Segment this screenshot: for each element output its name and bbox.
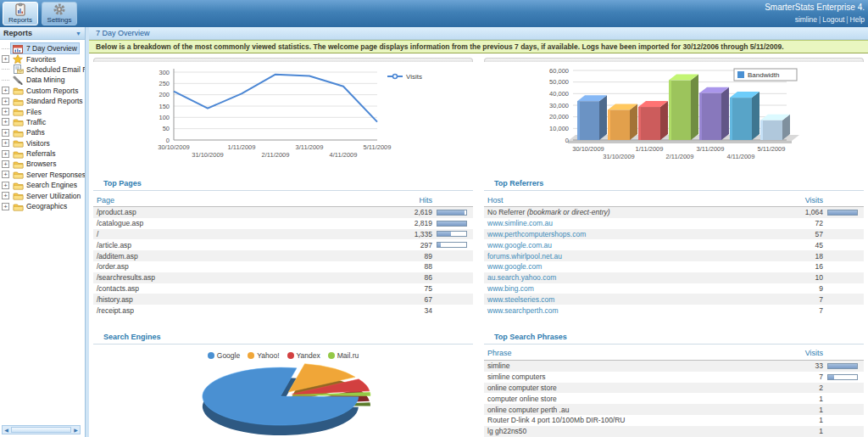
table-row: simline33: [484, 361, 864, 372]
expander-icon[interactable]: +: [2, 203, 9, 210]
table-row: /article.asp297: [93, 239, 473, 250]
row-link[interactable]: www.simline.com.au: [486, 219, 776, 227]
tab-settings[interactable]: Settings: [42, 2, 77, 25]
expander-icon[interactable]: +: [2, 139, 9, 147]
table-row: /history.asp67: [93, 294, 473, 305]
row-value: 7: [776, 295, 823, 304]
row-value: 45: [776, 241, 823, 249]
sidebar-item-favorites[interactable]: +Favorites: [2, 53, 85, 64]
sidebar-item-data-mining[interactable]: Data Mining: [2, 75, 85, 85]
svg-text:50,000: 50,000: [549, 78, 569, 86]
report-tree: 7 Day Overview+FavoritesScheduled Email …: [0, 40, 85, 211]
sidebar-item-standard-reports[interactable]: +Standard Reports: [2, 96, 85, 106]
row-link[interactable]: forums.whirlpool.net.au: [486, 252, 776, 261]
row-link[interactable]: au.search.yahoo.com: [486, 273, 776, 282]
scroll-left-icon[interactable]: ◀: [3, 427, 10, 433]
sidebar-item-custom-reports[interactable]: +Custom Reports: [2, 86, 85, 96]
row-value: 1: [776, 395, 823, 403]
expander-icon[interactable]: +: [2, 150, 9, 158]
svg-text:3/11/2009: 3/11/2009: [697, 145, 725, 153]
bandwidth-chart-panel: 010,00020,00030,00040,00050,00060,00030/…: [484, 58, 864, 170]
scroll-right-icon[interactable]: ▶: [72, 427, 80, 433]
value-bar: [437, 231, 467, 237]
sidebar-item-7-day-overview[interactable]: 7 Day Overview: [2, 43, 85, 53]
user-link-simline[interactable]: simline: [795, 15, 817, 24]
table-row: www.google.com16: [484, 261, 864, 272]
table-row: computer online store1: [484, 393, 864, 404]
main-nav: Reports Settings: [3, 2, 77, 25]
expander-icon[interactable]: +: [2, 55, 9, 63]
column-header: Page: [95, 196, 385, 204]
calendar-icon: [13, 44, 24, 53]
svg-text:1/11/2009: 1/11/2009: [228, 143, 256, 151]
sidebar-item-files[interactable]: +Files: [2, 106, 85, 116]
top-search-phrases-header: Phrase Visits: [484, 347, 864, 361]
sidebar-item-geographics[interactable]: +Geographics: [2, 201, 85, 211]
collapse-arrow-icon[interactable]: ▼: [75, 31, 81, 36]
legend-item-yandex: Yandex: [287, 351, 320, 360]
svg-text:30/10/2009: 30/10/2009: [572, 145, 604, 153]
search-engines-title: Search Engines: [93, 331, 473, 345]
folder-icon: [13, 202, 24, 211]
sidebar-item-search-engines[interactable]: +Search Engines: [2, 180, 85, 190]
expander-icon[interactable]: +: [2, 182, 9, 189]
legend-dot: [248, 352, 254, 359]
notice-bar: Below is a breakdown of the most commonl…: [89, 40, 868, 53]
sidebar-item-referrals[interactable]: +Referrals: [2, 148, 85, 159]
sidebar-item-server-responses[interactable]: +Server Responses: [2, 170, 85, 180]
settings-icon: [53, 3, 66, 16]
svg-text:3/11/2009: 3/11/2009: [296, 143, 324, 151]
expander-icon[interactable]: +: [2, 171, 9, 178]
scroll-thumb[interactable]: [11, 427, 71, 433]
sidebar-item-paths[interactable]: +Paths: [2, 127, 85, 137]
expander-icon[interactable]: +: [2, 87, 9, 94]
value-bar: [827, 374, 858, 380]
expander-icon[interactable]: +: [2, 98, 9, 105]
row-label: Router D-link 4 port 10/100Mb DIR-100/RU: [486, 416, 776, 424]
reports-icon: [14, 3, 27, 16]
sidebar-item-visitors[interactable]: +Visitors: [2, 138, 85, 148]
row-value: 18: [776, 252, 823, 261]
row-link[interactable]: www.searchperth.com: [486, 306, 776, 315]
row-label: /contacts.asp: [95, 284, 385, 293]
sidebar-item-browsers[interactable]: +Browsers: [2, 159, 85, 169]
sidebar-item-scheduled-email-reports[interactable]: Scheduled Email Reports: [2, 64, 85, 75]
row-value: 7: [776, 373, 823, 381]
sidebar-header[interactable]: Reports ▼: [0, 27, 85, 40]
tab-reports[interactable]: Reports: [3, 2, 38, 25]
sidebar-item-traffic[interactable]: +Traffic: [2, 117, 85, 127]
expander-icon[interactable]: +: [2, 192, 9, 199]
top-search-phrases-title: Top Search Phrases: [484, 331, 864, 345]
search-engines-pie-chart: [93, 361, 473, 437]
expander-icon[interactable]: +: [2, 118, 9, 126]
table-row: /searchresults.asp86: [93, 272, 473, 283]
table-row: /1,335: [93, 229, 473, 240]
row-link[interactable]: www.google.com: [486, 262, 776, 271]
svg-text:10,000: 10,000: [549, 125, 569, 132]
sidebar-item-label: Custom Reports: [26, 87, 78, 95]
sidebar-horizontal-scrollbar[interactable]: ◀ ▶: [2, 425, 81, 434]
row-label: /: [95, 230, 385, 238]
folder-icon: [13, 86, 24, 95]
top-search-phrases-section: Top Search Phrases Phrase Visits simline…: [484, 331, 864, 437]
row-value: 34: [385, 306, 432, 315]
page-title: 7 Day Overview: [89, 27, 868, 40]
expander-icon[interactable]: +: [2, 129, 9, 137]
tab-settings-label: Settings: [47, 16, 72, 24]
table-row: simline computers7: [484, 372, 864, 383]
expander-icon[interactable]: +: [2, 108, 9, 115]
user-link-logout[interactable]: Logout: [822, 15, 844, 24]
user-link-help[interactable]: Help: [850, 15, 865, 24]
expander-icon[interactable]: +: [2, 160, 9, 168]
table-row: /order.asp88: [93, 261, 473, 272]
sidebar-item-server-utilization[interactable]: +Server Utilization: [2, 190, 85, 200]
row-link[interactable]: www.bing.com: [486, 284, 776, 293]
row-link[interactable]: www.steelseries.com: [486, 295, 776, 304]
row-link[interactable]: www.perthcomputershops.com: [486, 230, 776, 238]
folder-icon: [13, 97, 24, 106]
folder-icon: [13, 128, 24, 137]
legend-item-yahoo: Yahoo!: [248, 351, 279, 360]
value-bar: [437, 210, 467, 216]
row-link[interactable]: www.google.com.au: [486, 241, 776, 249]
column-header: Host: [486, 196, 776, 204]
